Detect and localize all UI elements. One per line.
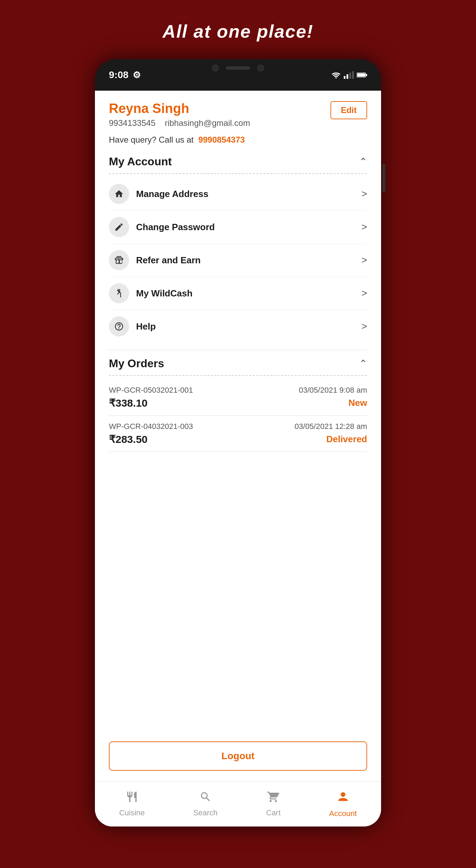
order-1-header-row: WP-GCR-05032021-001 03/05/2021 9:08 am [109, 386, 367, 395]
phone-top-bar: 9:08 ⚙ [95, 59, 381, 91]
help-chevron: > [362, 321, 367, 332]
gift-icon [114, 255, 124, 265]
status-time: 9:08 [109, 69, 128, 81]
change-password-icon-circle [109, 217, 129, 237]
settings-icon: ⚙ [133, 70, 141, 81]
svg-rect-2 [357, 74, 365, 77]
nav-item-account[interactable]: Account [329, 790, 357, 818]
my-orders-section: My Orders ⌃ WP-GCR-05032021-001 03/05/20… [109, 357, 367, 452]
profile-phone: 9934133545 [109, 118, 155, 128]
help-icon-circle [109, 316, 129, 337]
order-1-amount: ₹338.10 [109, 397, 148, 409]
account-orders-divider [109, 350, 367, 350]
status-left: 9:08 ⚙ [109, 69, 141, 81]
menu-item-manage-address[interactable]: Manage Address > [109, 178, 367, 211]
question-icon [114, 322, 124, 331]
manage-address-chevron: > [362, 188, 367, 199]
nav-cart-label: Cart [266, 808, 281, 817]
manage-address-label: Manage Address [136, 189, 362, 199]
query-text: Have query? Call us at 9990854373 [109, 135, 367, 145]
menu-item-help[interactable]: Help > [109, 310, 367, 343]
fork-knife-icon [126, 791, 138, 806]
order-2-id: WP-GCR-04032021-003 [109, 422, 193, 431]
order-2-status: Delivered [326, 434, 367, 445]
order-1-status: New [349, 398, 367, 408]
refer-earn-label: Refer and Earn [136, 255, 362, 266]
wifi-icon [331, 71, 341, 79]
screen-content: Reyna Singh 9934133545 ribhasingh@gmail.… [95, 91, 381, 731]
nav-search-label: Search [193, 808, 218, 817]
nav-cuisine-label: Cuisine [119, 808, 144, 817]
profile-email: ribhasingh@gmail.com [165, 118, 250, 128]
order-1-date: 03/05/2021 9:08 am [299, 386, 367, 395]
camera-dot-2 [257, 65, 264, 71]
menu-item-change-password[interactable]: Change Password > [109, 211, 367, 244]
order-item-1[interactable]: WP-GCR-05032021-001 03/05/2021 9:08 am ₹… [109, 379, 367, 416]
orders-dashed-divider [109, 375, 367, 376]
change-password-label: Change Password [136, 222, 362, 233]
query-phone: 9990854373 [198, 135, 245, 144]
nav-item-cuisine[interactable]: Cuisine [119, 791, 144, 817]
phone-wrapper: 9:08 ⚙ [95, 59, 381, 827]
order-2-footer-row: ₹283.50 Delivered [109, 433, 367, 445]
pencil-icon [114, 222, 124, 232]
order-2-amount: ₹283.50 [109, 433, 148, 445]
my-account-chevron-up: ⌃ [359, 156, 367, 167]
order-item-2[interactable]: WP-GCR-04032021-003 03/05/2021 12:28 am … [109, 416, 367, 452]
phone-side-button [382, 164, 385, 192]
battery-icon [357, 72, 367, 78]
menu-item-wildcash[interactable]: My WildCash > [109, 277, 367, 310]
wildcash-label: My WildCash [136, 288, 362, 299]
person-icon [336, 790, 350, 807]
my-account-title: My Account [109, 155, 172, 168]
refer-earn-chevron: > [362, 255, 367, 266]
my-orders-header: My Orders ⌃ [109, 357, 367, 370]
manage-address-icon-circle [109, 184, 129, 204]
status-right [331, 71, 367, 79]
home-icon [114, 189, 124, 199]
speaker-bar [226, 66, 250, 70]
page-header-text: All at one place! [163, 21, 314, 42]
profile-info: Reyna Singh 9934133545 ribhasingh@gmail.… [109, 101, 250, 128]
menu-item-refer-earn[interactable]: Refer and Earn > [109, 244, 367, 277]
order-2-header-row: WP-GCR-04032021-003 03/05/2021 12:28 am [109, 422, 367, 431]
order-1-footer-row: ₹338.10 New [109, 397, 367, 409]
my-account-section: My Account ⌃ Manage Address > [109, 155, 367, 343]
rupee-icon [114, 288, 124, 298]
logout-section: Logout [95, 731, 381, 781]
nav-account-label: Account [329, 809, 357, 818]
phone-screen: Reyna Singh 9934133545 ribhasingh@gmail.… [95, 91, 381, 827]
notch [200, 59, 276, 77]
nav-item-cart[interactable]: Cart [266, 791, 281, 817]
search-icon [199, 791, 212, 806]
refer-earn-icon-circle [109, 250, 129, 270]
profile-contact: 9934133545 ribhasingh@gmail.com [109, 118, 250, 128]
change-password-chevron: > [362, 221, 367, 233]
order-1-id: WP-GCR-05032021-001 [109, 386, 193, 395]
profile-name: Reyna Singh [109, 101, 250, 116]
svg-rect-1 [366, 74, 367, 76]
wildcash-chevron: > [362, 288, 367, 299]
account-dashed-divider [109, 173, 367, 174]
cart-icon [267, 791, 280, 806]
edit-button[interactable]: Edit [330, 101, 367, 119]
bottom-nav: Cuisine Search Cart [95, 781, 381, 827]
profile-section: Reyna Singh 9934133545 ribhasingh@gmail.… [109, 101, 367, 128]
order-2-date: 03/05/2021 12:28 am [295, 422, 367, 431]
camera-dot [212, 65, 219, 71]
wildcash-icon-circle [109, 283, 129, 303]
logout-button[interactable]: Logout [109, 741, 367, 771]
signal-bars [344, 71, 354, 79]
nav-item-search[interactable]: Search [193, 791, 218, 817]
my-orders-title: My Orders [109, 357, 164, 370]
svg-point-3 [341, 792, 345, 797]
my-account-header: My Account ⌃ [109, 155, 367, 168]
my-orders-chevron-up: ⌃ [359, 358, 367, 369]
help-label: Help [136, 321, 362, 332]
